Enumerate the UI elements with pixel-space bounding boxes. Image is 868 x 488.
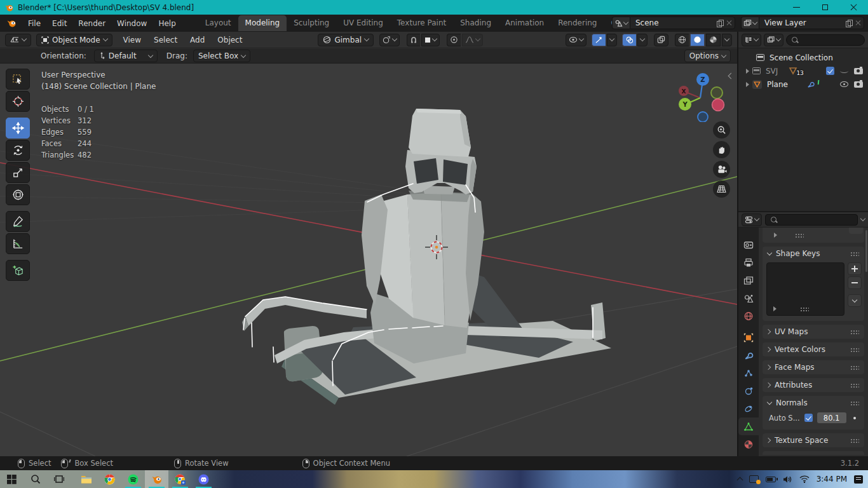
mode-dropdown[interactable]: Object Mode [36, 34, 112, 46]
tab-modeling[interactable]: Modeling [238, 15, 287, 31]
discord-button[interactable] [192, 470, 215, 488]
snap-settings-dropdown[interactable] [421, 34, 440, 46]
remove-shape-key-button[interactable] [848, 276, 862, 289]
visibility-dropdown[interactable] [566, 34, 587, 46]
snap-toggle[interactable] [407, 34, 420, 46]
pan-button[interactable] [713, 141, 730, 158]
tab-material[interactable] [738, 435, 759, 453]
browse-view-layer-button[interactable] [741, 17, 759, 29]
face-maps-panel[interactable]: Face Maps [763, 360, 864, 374]
camera-view-button[interactable] [713, 161, 730, 178]
seat-model[interactable] [242, 109, 611, 405]
outliner-row-plane[interactable]: Plane [738, 78, 868, 91]
shading-wireframe-button[interactable] [675, 34, 689, 46]
gizmo-pos-x-axis[interactable] [712, 99, 724, 111]
tray-expand-icon[interactable] [736, 477, 743, 484]
tab-sculpting[interactable]: Sculpting [287, 15, 336, 31]
tab-uv-editing[interactable]: UV Editing [336, 15, 390, 31]
overlays-settings-dropdown[interactable] [637, 34, 648, 46]
tool-rotate[interactable] [6, 140, 30, 161]
tab-render[interactable] [738, 236, 759, 254]
list-button-partial[interactable] [849, 227, 863, 234]
vertex-groups-panel-partial[interactable] [763, 227, 864, 243]
new-scene-icon[interactable] [717, 20, 722, 27]
tab-animation[interactable]: Animation [498, 15, 551, 31]
ortho-toggle-button[interactable] [713, 180, 730, 198]
shape-keys-header[interactable]: Shape Keys [763, 247, 864, 261]
remove-view-layer-icon[interactable] [855, 20, 861, 26]
tab-world[interactable] [738, 307, 759, 325]
menu-file[interactable]: File [22, 17, 46, 30]
wifi-icon[interactable] [799, 475, 810, 483]
outliner-row-scene-collection[interactable]: Scene Collection [738, 51, 868, 64]
proportional-falloff-dropdown[interactable] [462, 34, 483, 46]
tab-constraints[interactable] [738, 400, 759, 417]
vertex-colors-panel[interactable]: Vertex Colors [763, 342, 864, 356]
scene-name-field[interactable]: Scene [630, 17, 735, 29]
menu-render[interactable]: Render [72, 17, 111, 30]
shape-keys-list[interactable] [766, 262, 844, 316]
tab-rendering[interactable]: Rendering [551, 15, 604, 31]
outliner-filter-dropdown[interactable] [764, 34, 783, 46]
gizmo-neg-z-axis[interactable] [698, 112, 708, 122]
tool-annotate[interactable] [6, 211, 30, 232]
disable-render-icon[interactable] [854, 81, 863, 88]
blender-app-menu-icon[interactable] [6, 18, 17, 28]
tab-object[interactable] [738, 329, 759, 346]
properties-filter-dropdown[interactable] [860, 216, 865, 221]
spotify-button[interactable] [121, 470, 145, 488]
texture-space-panel[interactable]: Texture Space [763, 433, 864, 447]
expand-icon[interactable] [746, 82, 749, 87]
properties-scrollbar[interactable] [865, 230, 867, 272]
add-shape-key-button[interactable] [848, 262, 862, 275]
maximize-button[interactable] [811, 0, 839, 15]
action-center-icon[interactable] [854, 475, 863, 484]
menu-select[interactable]: Select [148, 36, 183, 44]
menu-window[interactable]: Window [111, 17, 153, 30]
tool-cursor[interactable] [6, 91, 30, 112]
properties-search-input[interactable] [765, 214, 858, 226]
tab-scene[interactable] [738, 289, 759, 307]
outliner-display-mode-dropdown[interactable] [742, 34, 761, 46]
show-gizmo-toggle[interactable] [592, 34, 606, 46]
pivot-point-dropdown[interactable] [379, 34, 400, 46]
xray-toggle[interactable] [654, 34, 668, 46]
tab-view-layer[interactable] [738, 271, 759, 289]
tab-layout[interactable]: Layout [198, 15, 238, 31]
outliner-row-svj[interactable]: SVJ 13 [738, 64, 868, 78]
gizmo-settings-dropdown[interactable] [607, 34, 617, 46]
chrome-profile2-button[interactable] [168, 470, 192, 488]
panel-drag-grip[interactable] [850, 252, 859, 256]
taskbar-search-button[interactable] [24, 470, 47, 488]
expand-icon[interactable] [746, 69, 749, 74]
normals-header[interactable]: Normals [763, 396, 864, 410]
gizmo-neg-y-axis[interactable] [711, 87, 722, 98]
viewport-3d[interactable]: User Perspective (148) Scene Collection … [0, 64, 737, 456]
tool-move[interactable] [6, 118, 30, 139]
zoom-button[interactable] [713, 121, 730, 139]
tab-modifiers[interactable] [738, 346, 759, 364]
close-button[interactable] [839, 0, 868, 15]
tab-texture-paint[interactable]: Texture Paint [390, 15, 453, 31]
shading-solid-button[interactable] [690, 34, 705, 46]
proportional-editing-toggle[interactable] [447, 34, 461, 46]
unlink-scene-icon[interactable] [726, 20, 732, 26]
menu-help[interactable]: Help [153, 17, 181, 30]
list-expand-icon[interactable] [773, 306, 776, 311]
visibility-eye-icon[interactable] [840, 81, 848, 87]
tab-physics[interactable] [738, 382, 759, 400]
start-button[interactable] [0, 470, 24, 488]
tray-device-icon[interactable] [749, 475, 759, 483]
collection-checkbox[interactable] [826, 67, 834, 75]
drag-dropdown[interactable]: Select Box [193, 50, 250, 62]
battery-icon[interactable] [766, 477, 776, 482]
menu-view[interactable]: View [118, 36, 147, 44]
navigation-gizmo[interactable]: Z X Y [675, 69, 728, 124]
orientation-dropdown[interactable]: Default [94, 50, 158, 62]
menu-object[interactable]: Object [212, 36, 248, 44]
clock[interactable]: 3:44 PM [817, 475, 847, 484]
auto-smooth-angle-field[interactable]: 80.1 [817, 412, 846, 423]
list-resize-grip[interactable] [800, 307, 809, 311]
transform-orientation-dropdown[interactable]: Gimbal [318, 34, 374, 46]
properties-editor-type-button[interactable] [742, 214, 762, 226]
